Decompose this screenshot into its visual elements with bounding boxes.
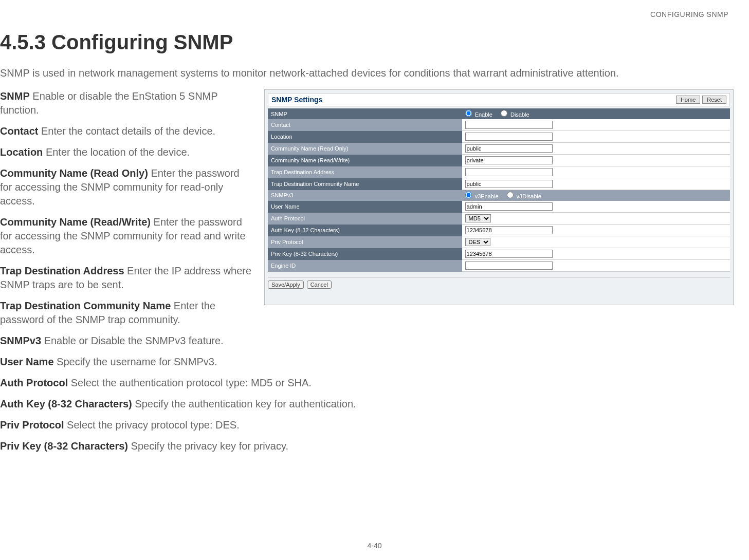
def-item: Auth Protocol Select the authentication …: [0, 376, 749, 390]
cancel-button[interactable]: Cancel: [307, 281, 332, 289]
auth-key-input[interactable]: [465, 226, 553, 234]
def-item: User Name Specify the username for SNMPv…: [0, 355, 252, 369]
def-item: Community Name (Read/Write) Enter the pa…: [0, 215, 252, 257]
snmp-settings-panel: SNMP Settings Home Reset SNMP Enable Dis…: [264, 89, 734, 305]
auth-protocol-select[interactable]: MD5: [465, 214, 491, 222]
engine-id-input[interactable]: [465, 262, 553, 270]
priv-key-input[interactable]: [465, 250, 553, 258]
snmp-disable-radio[interactable]: Disable: [501, 110, 529, 118]
row-label: Contact: [268, 119, 462, 131]
community-readwrite-input[interactable]: [465, 156, 553, 164]
panel-footer: Save/Apply Cancel: [268, 277, 730, 289]
def-item: Location Enter the location of the devic…: [0, 145, 252, 159]
community-readonly-input[interactable]: [465, 144, 553, 153]
def-item: Priv Protocol Select the privacy protoco…: [0, 418, 749, 432]
snmp-enable-radio[interactable]: Enable: [465, 110, 492, 118]
row-label: Community Name (Read/Write): [268, 155, 462, 166]
row-label: Trap Destination Community Name: [268, 178, 462, 190]
def-item: Contact Enter the contact details of the…: [0, 124, 252, 138]
home-button[interactable]: Home: [676, 96, 700, 104]
def-item: Auth Key (8-32 Characters) Specify the a…: [0, 397, 749, 411]
definition-list-left: SNMP Enable or disable the EnStation 5 S…: [0, 89, 252, 376]
running-header: CONFIGURING SNMP: [650, 10, 728, 18]
page-title: 4.5.3 Configuring SNMP: [0, 31, 749, 54]
page-number: 4-40: [0, 542, 749, 550]
row-label: Priv Key (8-32 Characters): [268, 248, 462, 260]
def-item: SNMPv3 Enable or Disable the SNMPv3 feat…: [0, 334, 252, 348]
row-label: Community Name (Read Only): [268, 143, 462, 155]
row-label: Trap Destination Address: [268, 166, 462, 178]
intro-paragraph: SNMP is used in network management syste…: [0, 66, 749, 80]
trap-address-input[interactable]: [465, 168, 553, 176]
definition-list-full: Auth Protocol Select the authentication …: [0, 376, 749, 453]
reset-button[interactable]: Reset: [702, 96, 726, 104]
panel-header: SNMP Settings Home Reset: [268, 93, 730, 106]
row-label: Priv Protocol: [268, 236, 462, 248]
def-item: Community Name (Read Only) Enter the pas…: [0, 166, 252, 208]
row-label: Engine ID: [268, 260, 462, 272]
def-item: Trap Destination Community Name Enter th…: [0, 299, 252, 327]
row-label: Auth Protocol: [268, 213, 462, 225]
snmpv3-disable-radio[interactable]: v3Disable: [507, 192, 541, 199]
location-input[interactable]: [465, 133, 553, 141]
def-item: SNMP Enable or disable the EnStation 5 S…: [0, 89, 252, 117]
contact-input[interactable]: [465, 121, 553, 129]
row-label: User Name: [268, 201, 462, 213]
snmpv3-enable-radio[interactable]: v3Enable: [465, 192, 499, 199]
priv-protocol-select[interactable]: DES: [465, 238, 490, 246]
row-label: SNMP: [268, 108, 462, 119]
settings-table: SNMP Enable Disable Contact Location Com…: [268, 108, 730, 272]
row-label: Location: [268, 131, 462, 143]
panel-title: SNMP Settings: [271, 96, 322, 104]
trap-community-input[interactable]: [465, 180, 553, 188]
row-label: SNMPv3: [268, 190, 462, 201]
save-apply-button[interactable]: Save/Apply: [268, 281, 304, 289]
def-item: Trap Destination Address Enter the IP ad…: [0, 264, 252, 292]
username-input[interactable]: [465, 202, 553, 211]
def-item: Priv Key (8-32 Characters) Specify the p…: [0, 439, 749, 453]
row-label: Auth Key (8-32 Characters): [268, 225, 462, 236]
